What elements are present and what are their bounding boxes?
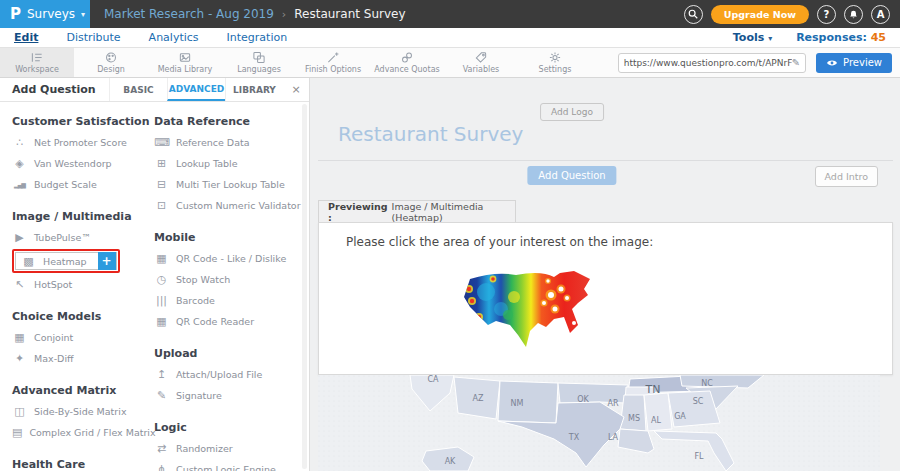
nav-tab-distribute[interactable]: Distribute [66,31,120,44]
shuffle-icon: ⇄ [154,443,169,454]
breadcrumb: Market Research - Aug 2019 › Restaurant … [104,7,406,21]
toolbar-item-advance-quotas[interactable]: Advance Quotas [370,48,444,77]
tab-library[interactable]: LIBRARY [225,78,283,101]
chevron-down-icon: ▾ [81,10,85,19]
nav-tab-edit[interactable]: Edit [14,31,38,44]
stacked-table-icon: ⊟ [154,179,169,190]
question-type-hotspot[interactable]: ↖ HotSpot [12,274,154,295]
question-type-reference-data[interactable]: ⌨ Reference Data [154,132,304,153]
question-type-tubepulse[interactable]: ▶ TubePulse™ [12,227,154,248]
add-question-button[interactable]: Add Question [527,166,616,185]
close-icon: × [291,83,300,96]
tab-basic[interactable]: BASIC [109,78,167,101]
heatmap-body [456,267,606,362]
image-icon [178,51,192,64]
question-type-max-diff[interactable]: ✦ Max-Diff [12,348,154,369]
question-type-custom-logic-engine[interactable]: ⋔ Custom Logic Engine [154,459,304,471]
question-type-attach-upload-file[interactable]: ↥ Attach/Upload File [154,364,304,385]
breadcrumb-parent-link[interactable]: Market Research - Aug 2019 [104,7,274,21]
question-prompt: Please click the area of your interest o… [346,235,653,249]
question-type-complex-grid[interactable]: ▤ Complex Grid / Flex Matrix [12,422,154,443]
survey-url-field: ✎ [618,53,806,73]
branch-icon: ⋔ [154,464,169,471]
toolbar-item-design[interactable]: Design [74,48,148,77]
add-logo-button[interactable]: Add Logo [540,103,604,121]
toolbar-item-media-library[interactable]: Media Library [148,48,222,77]
question-type-qr-like-dislike[interactable]: ▦ QR Code - Like / Dislike [154,248,304,269]
question-type-lookup-table[interactable]: ⊞ Lookup Table [154,153,304,174]
magic-wand-icon [326,51,340,64]
translate-icon [252,51,266,64]
tools-dropdown[interactable]: Tools ▾ [733,31,772,44]
price-tag-icon: ◈ [12,158,27,169]
edit-url-icon[interactable]: ✎ [792,57,800,68]
account-avatar[interactable]: A [871,5,890,24]
toolbar-item-workspace[interactable]: Workspace [0,48,74,77]
search-icon [687,8,699,20]
toolbar-item-label: Finish Options [305,65,361,74]
section-customer-satisfaction: Customer Satisfaction ∴ Net Promoter Sco… [12,110,154,195]
question-type-randomizer[interactable]: ⇄ Randomizer [154,438,304,459]
state-ms [620,395,646,431]
toolbar-item-label: Variables [463,65,500,74]
surveys-product-menu[interactable]: P Surveys ▾ [0,0,90,28]
panel-scrollbar[interactable] [302,104,307,469]
qr-code-icon: ▦ [154,253,169,264]
question-type-stop-watch[interactable]: ◷ Stop Watch [154,269,304,290]
keyboard-icon: ⌨ [154,137,169,148]
section-heading: Mobile [154,226,304,244]
nav-tab-analytics[interactable]: Analytics [149,31,199,44]
notifications-button[interactable] [844,5,863,24]
nav-tab-integration[interactable]: Integration [227,31,288,44]
preview-button[interactable]: Preview [816,53,892,73]
state-label: TX [568,433,580,442]
add-intro-button[interactable]: Add Intro [815,166,878,187]
toolbar-item-variables[interactable]: Variables [444,48,518,77]
toolbar-item-languages[interactable]: Languages [222,48,296,77]
palette-icon [104,51,118,64]
add-heatmap-button[interactable]: + [98,252,116,270]
close-panel-button[interactable]: × [283,78,309,101]
upgrade-now-button[interactable]: Upgrade Now [711,5,809,24]
question-type-budget-scale[interactable]: ▂▄▆ Budget Scale [12,174,154,195]
toolbar-item-settings[interactable]: Settings [518,48,592,77]
heatmap-usa-image[interactable] [456,267,606,362]
bell-icon [848,9,859,20]
state-label: AZ [473,394,484,403]
question-type-van-westendorp[interactable]: ◈ Van Westendorp [12,153,154,174]
section-advanced-matrix: Advanced Matrix ◫ Side-By-Side Matrix ▤ … [12,379,154,443]
eye-icon [826,58,838,68]
responses-count: 45 [871,31,886,44]
video-icon: ▶ [12,232,27,243]
search-button[interactable] [684,5,703,24]
question-type-qr-code-reader[interactable]: ▦ QR Code Reader [154,311,304,332]
question-type-label: Net Promoter Score [34,137,127,148]
split-columns-icon: ◫ [12,406,27,417]
add-question-panel: Add Question BASIC ADVANCED LIBRARY × Cu… [0,78,310,471]
toolbar-item-finish-options[interactable]: Finish Options [296,48,370,77]
cursor-icon: ↖ [12,279,27,290]
chain-links-icon [400,51,414,64]
question-type-net-promoter-score[interactable]: ∴ Net Promoter Score [12,132,154,153]
responses-counter[interactable]: Responses: 45 [796,31,886,44]
tab-advanced[interactable]: ADVANCED [167,78,225,101]
section-heading: Image / Multimedia [12,205,154,223]
signature-pen-icon: ✎ [154,390,169,401]
toolbar-item-label: Media Library [158,65,213,74]
previewing-prefix: Previewing : [328,201,388,223]
preview-label: Preview [843,57,882,68]
us-map-background: CA AZ NM OK AR TN NC SC MS AL GA TX LA F… [318,375,880,471]
question-type-barcode[interactable]: ||| Barcode [154,290,304,311]
question-type-conjoint[interactable]: ▦ Conjoint [12,327,154,348]
state-label: CA [427,375,439,384]
question-type-side-by-side-matrix[interactable]: ◫ Side-By-Side Matrix [12,401,154,422]
survey-url-input[interactable] [624,58,792,68]
question-type-heatmap[interactable]: ▩ Heatmap + [15,252,117,270]
section-heading: Data Reference [154,110,304,128]
stopwatch-icon: ◷ [154,274,169,285]
question-type-multi-tier-lookup[interactable]: ⊟ Multi Tier Lookup Table [154,174,304,195]
survey-title[interactable]: Restaurant Survey [338,122,523,146]
question-type-signature[interactable]: ✎ Signature [154,385,304,406]
help-button[interactable]: ? [817,5,836,24]
question-type-custom-numeric-validator[interactable]: ⊡ Custom Numeric Validator [154,195,304,216]
